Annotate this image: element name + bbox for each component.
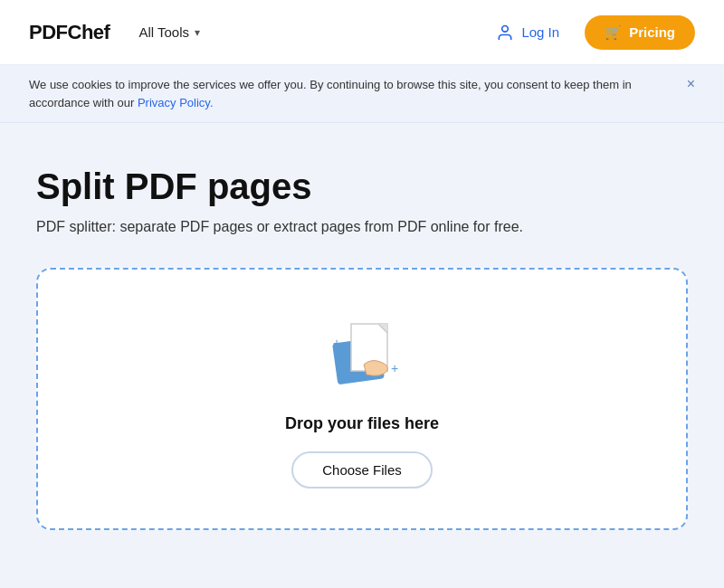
drop-illustration: + +	[308, 306, 416, 396]
pricing-button[interactable]: 🛒 Pricing	[585, 15, 695, 50]
chevron-down-icon: ▾	[195, 26, 200, 39]
all-tools-label: All Tools	[138, 24, 189, 40]
svg-text:+: +	[391, 361, 398, 375]
main-content: Split PDF pages PDF splitter: separate P…	[0, 123, 724, 566]
header: PDFChef All Tools ▾ Log In 🛒 Pricing	[0, 0, 724, 65]
pricing-label: Pricing	[629, 24, 675, 40]
logo: PDFChef	[29, 21, 110, 44]
choose-files-button[interactable]: Choose Files	[291, 451, 433, 488]
cookie-banner: We use cookies to improve the services w…	[0, 65, 724, 123]
drop-text: Drop your files here	[285, 414, 439, 433]
header-left: PDFChef All Tools ▾	[29, 21, 200, 44]
svg-text:+: +	[333, 336, 340, 350]
svg-point-0	[502, 25, 509, 32]
all-tools-button[interactable]: All Tools ▾	[138, 21, 200, 43]
page-title: Split PDF pages	[36, 166, 688, 206]
privacy-policy-link[interactable]: Privacy Policy.	[138, 96, 214, 109]
cookie-text: We use cookies to improve the services w…	[29, 76, 672, 111]
login-label: Log In	[521, 24, 559, 40]
login-button[interactable]: Log In	[485, 16, 570, 49]
person-icon	[496, 24, 514, 42]
upload-illustration-icon: + +	[308, 306, 416, 396]
page-subtitle: PDF splitter: separate PDF pages or extr…	[36, 219, 688, 235]
drop-zone[interactable]: + + Drop your files here Choose Files	[36, 268, 688, 530]
cookie-close-button[interactable]: ×	[687, 77, 695, 91]
header-right: Log In 🛒 Pricing	[485, 15, 695, 50]
cart-icon: 🛒	[605, 24, 622, 41]
